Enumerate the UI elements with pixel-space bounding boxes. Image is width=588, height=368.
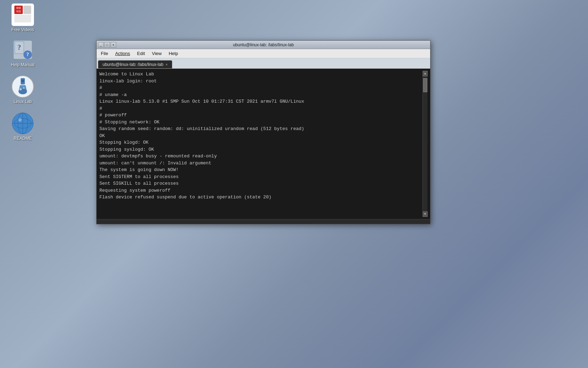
svg-text:泰晓: 泰晓 — [16, 7, 21, 9]
readme-label: README — [14, 136, 31, 142]
terminal-tab-label: ubuntu@linux-lab: /labs/linux-lab — [103, 62, 163, 67]
menu-edit[interactable]: Edit — [134, 50, 148, 57]
terminal-menubar: File Actions Edit View Help — [97, 49, 430, 58]
titlebar-maximize-button[interactable]: □ — [104, 42, 110, 48]
svg-point-19 — [21, 80, 24, 82]
terminal-output: Welcome to Linux Lab linux-lab login: ro… — [99, 71, 422, 201]
readme-icon — [12, 112, 34, 135]
menu-actions[interactable]: Actions — [112, 50, 133, 57]
terminal-tabs-bar: ubuntu@linux-lab: /labs/linux-lab × — [97, 58, 430, 69]
terminal-content-area: Welcome to Linux Lab linux-lab login: ro… — [99, 71, 422, 217]
svg-text:?: ? — [18, 43, 21, 51]
terminal-tab-active[interactable]: ubuntu@linux-lab: /labs/linux-lab × — [98, 60, 172, 68]
svg-point-25 — [18, 118, 22, 122]
scrollbar-down-button[interactable]: ▼ — [423, 211, 428, 217]
linux-lab-icon — [12, 75, 34, 98]
menu-file[interactable]: File — [98, 50, 111, 57]
desktop-icon-readme[interactable]: README — [7, 112, 38, 142]
terminal-window: _ □ × ubuntu@linux-lab: /labs/linux-lab … — [96, 40, 430, 224]
scrollbar-track[interactable] — [423, 76, 427, 211]
titlebar-minimize-button[interactable]: _ — [98, 42, 104, 48]
desktop-icon-help-manual[interactable]: ? ? Help Manual — [7, 39, 38, 68]
help-manual-icon: ? ? — [12, 39, 34, 61]
linux-lab-label: Linux Lab — [14, 99, 32, 105]
svg-point-17 — [20, 88, 22, 90]
tab-close-button[interactable]: × — [166, 62, 168, 67]
desktop-icon-free-videos[interactable]: 泰晓 学院 Free Videos — [7, 4, 38, 33]
terminal-scrollbar-vertical[interactable]: ▲ ▼ — [422, 71, 427, 217]
menu-view[interactable]: View — [149, 50, 164, 57]
svg-text:?: ? — [27, 52, 29, 57]
help-manual-label: Help Manual — [11, 62, 34, 68]
svg-point-18 — [23, 87, 24, 89]
scrollbar-thumb[interactable] — [423, 78, 427, 92]
menu-help[interactable]: Help — [166, 50, 181, 57]
free-videos-icon: 泰晓 学院 — [12, 4, 34, 26]
titlebar-controls: _ □ × — [98, 42, 116, 48]
terminal-body: Welcome to Linux Lab linux-lab login: ro… — [97, 69, 430, 219]
free-videos-label: Free Videos — [12, 27, 34, 33]
scrollbar-up-button[interactable]: ▲ — [423, 71, 428, 76]
titlebar-close-button[interactable]: × — [111, 42, 116, 48]
svg-text:学院: 学院 — [16, 10, 21, 13]
terminal-title: ubuntu@linux-lab: /labs/linux-lab — [233, 42, 294, 47]
desktop-icon-linux-lab[interactable]: Linux Lab — [7, 75, 38, 105]
svg-rect-5 — [14, 15, 31, 22]
terminal-titlebar: _ □ × ubuntu@linux-lab: /labs/linux-lab — [97, 41, 430, 49]
svg-rect-4 — [23, 6, 31, 14]
terminal-scrollbar-horizontal[interactable] — [97, 219, 430, 224]
